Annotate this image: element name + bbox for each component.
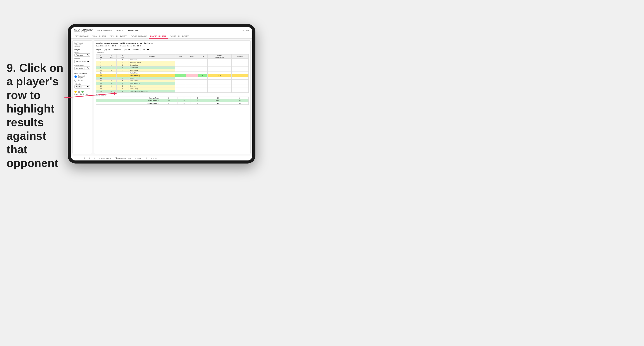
conference-select[interactable]: (All) — [122, 48, 131, 51]
col-win: Win — [175, 54, 186, 59]
opponent-view-section: Opponent view Opponents Played Top 100 — [74, 72, 90, 82]
gender-label: Gender — [74, 51, 90, 53]
logo: SCOREBOARD Powered by clippd — [74, 28, 92, 32]
grid-title: Katelyn Vo Head-to-Head Grid for Women's… — [96, 42, 249, 44]
save-icon: 💾 — [114, 157, 116, 159]
col-conf: #Conf — [116, 54, 129, 59]
radio-group: Opponents Played Top 100 — [74, 75, 90, 82]
save-custom-view-button[interactable]: 💾 Save Custom View — [114, 157, 132, 160]
logo-sub: Powered by clippd — [74, 31, 92, 32]
forward-button[interactable]: ⟳ — [83, 157, 86, 160]
col-reg: #Reg — [106, 54, 116, 59]
table-row[interactable]: 1585Stella Cheng — [96, 80, 249, 82]
data-table: #Div #Reg #Conf Opponent Win Loss Tie Di… — [96, 54, 249, 93]
radio-opponents-played[interactable]: Opponents Played — [74, 75, 90, 78]
share-icon: ↗ — [151, 157, 152, 159]
table-row[interactable]: 1822Euna Lee — [96, 85, 249, 87]
col-diff: Diff AvStrokes/Rnd — [208, 54, 232, 59]
grid-area: Katelyn Vo Head-to-Head Grid for Women's… — [94, 40, 250, 154]
crop-button[interactable]: ⊞ — [88, 157, 91, 160]
out-of-division-label: Out of division — [96, 94, 249, 96]
out-table-row[interactable]: NAIA Division 115009.26730 — [96, 99, 249, 102]
radio-top100[interactable]: Top 100 — [74, 79, 90, 82]
sign-out-button[interactable]: Sign out — [242, 29, 249, 31]
opponent-select[interactable]: (All) — [140, 48, 150, 51]
table-row[interactable]: 11Haeijo Hyun — [96, 72, 249, 74]
table-row[interactable]: 1691Jessica Mason — [96, 82, 249, 85]
col-rounds: Rounds — [232, 54, 249, 59]
dot-down — [74, 91, 77, 93]
table-row[interactable]: 613Sydney Kuo — [96, 64, 249, 66]
tab-team-h2h-grid[interactable]: TEAM H2H GRID — [90, 34, 108, 38]
table-row[interactable]: 131Jessica Huang010-3.002 — [96, 74, 249, 77]
opponent-view-title: Opponent view — [74, 72, 90, 74]
out-table-row[interactable]: NCAA Division 25007.40010 — [96, 102, 249, 105]
col-div: #Div — [96, 54, 106, 59]
view-icon: 👁 — [99, 157, 101, 159]
tablet-screen: SCOREBOARD Powered by clippd TOURNAMENTS… — [71, 27, 252, 161]
watch-button[interactable]: 👁 Watch ▾ — [134, 157, 144, 160]
table-row[interactable]: 19106Emily Chang — [96, 87, 249, 90]
grid-records: Overall Record: 353 - 34 - 6 Division Re… — [96, 45, 249, 47]
dot-up — [82, 91, 84, 93]
nav-teams[interactable]: TEAMS — [116, 29, 123, 32]
tab-team-h2h-heatmap[interactable]: TEAM H2H HEATMAP — [108, 34, 129, 38]
nav-bar: SCOREBOARD Powered by clippd TOURNAMENTS… — [71, 27, 252, 34]
tab-player-summary[interactable]: PLAYER SUMMARY — [129, 34, 149, 38]
out-of-division-section: Out of division Foreign Team1004.5002NAI… — [96, 94, 249, 105]
colour-dots — [74, 91, 90, 93]
table-row[interactable]: 20117Federica Domecq Lacroze — [96, 90, 249, 93]
undo-button[interactable]: ↩ — [73, 157, 76, 160]
nav-tournaments[interactable]: TOURNAMENTS — [97, 29, 112, 32]
clock-button[interactable]: ⊙ — [93, 157, 96, 160]
col-loss: Loss — [186, 54, 198, 59]
colour-labels: Down Level Up — [74, 93, 90, 95]
tab-player-h2h-grid[interactable]: PLAYER H2H GRID — [149, 34, 168, 39]
col-opponent: Opponent — [129, 54, 175, 59]
watch-dropdown-icon: ▾ — [142, 157, 142, 159]
player-rank-label: Player (Rank) — [74, 65, 90, 66]
filters-section: Region (All) Conference (All) Opponent (… — [96, 48, 249, 51]
table-row[interactable]: 914Sharon Mun — [96, 66, 249, 69]
opponent-filter-label: Opponent — [132, 49, 139, 50]
toolbar: ↩ ↪ ⟳ ⊞ ⊙ 👁 View: Original 💾 Save Custom… — [71, 156, 252, 161]
region-label: Region — [96, 49, 101, 50]
view-original-button[interactable]: 👁 View: Original — [98, 157, 112, 160]
colour-section: Colour by Win/loss Down Level Up — [74, 83, 90, 95]
grid-view-button[interactable]: ⊞ — [145, 157, 148, 160]
table-row[interactable]: 341Esther Lee — [96, 59, 249, 61]
nav-links: TOURNAMENTS TEAMS COMMITTEE — [97, 29, 242, 32]
colour-by-label: Colour by — [74, 83, 90, 85]
player-section-title: Player — [74, 49, 90, 51]
conference-label: Conference — [113, 49, 120, 50]
redo-button[interactable]: ↪ — [78, 157, 81, 160]
logo-title: SCOREBOARD — [74, 28, 92, 31]
out-of-division-table: Foreign Team1004.5002NAIA Division 11500… — [96, 97, 249, 105]
opponents-label: Opponents: — [96, 52, 249, 53]
table-row[interactable]: 1474Eunice Yi — [96, 77, 249, 80]
tab-player-h2h-heatmap[interactable]: PLAYER H2H HEATMAP — [168, 34, 191, 38]
dot-level — [78, 91, 80, 93]
tab-team-summary[interactable]: TEAM SUMMARY — [73, 34, 90, 38]
tablet-frame: SCOREBOARD Powered by clippd TOURNAMENTS… — [68, 24, 256, 164]
arrow-head — [114, 92, 117, 95]
col-tie: Tie — [198, 54, 208, 59]
main-content: Last Updated: 27/03/2024 16:55:38 Player… — [71, 39, 252, 156]
colour-by-select[interactable]: Win/loss — [74, 85, 90, 89]
nav-committee[interactable]: COMMITTEE — [127, 29, 138, 32]
player-rank-select[interactable]: 8. Katelyn Vo — [74, 66, 90, 70]
table-row[interactable]: 522Alexis Sudjianto — [96, 61, 249, 64]
division-label: Division — [74, 58, 90, 59]
table-row[interactable]: 1063Andrea York — [96, 69, 249, 72]
division-select[interactable]: NCAA Division III — [74, 60, 90, 63]
share-button[interactable]: ↗ Share — [150, 157, 158, 160]
gender-select[interactable]: Women's — [74, 53, 90, 57]
region-select[interactable]: (All) — [102, 48, 111, 51]
watch-icon: 👁 — [134, 157, 136, 159]
timestamp: Last Updated: 27/03/2024 16:55:38 — [74, 42, 90, 47]
out-table-row[interactable]: Foreign Team1004.5002 — [96, 97, 249, 99]
annotation-text: 9. Click on a player's row to highlight … — [6, 61, 66, 170]
tab-bar: TEAM SUMMARY TEAM H2H GRID TEAM H2H HEAT… — [71, 34, 252, 39]
